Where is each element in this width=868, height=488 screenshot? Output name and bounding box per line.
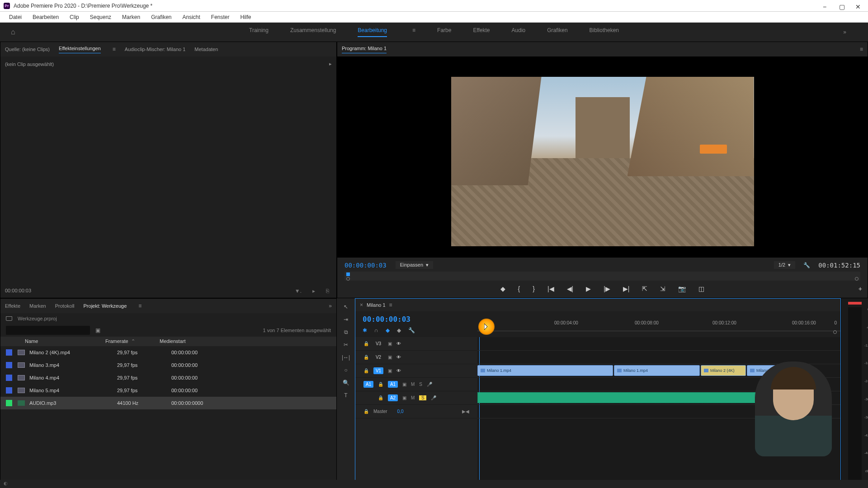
menu-grafiken[interactable]: Grafiken bbox=[146, 14, 177, 20]
track-v2[interactable]: 🔒 V2 ▣ 👁 bbox=[355, 351, 477, 364]
lock-icon[interactable]: 🔒 bbox=[363, 341, 369, 346]
comparison-icon[interactable]: ◫ bbox=[698, 285, 704, 292]
sync-lock-icon[interactable]: ▣ bbox=[388, 368, 392, 373]
button-editor-icon[interactable]: + bbox=[859, 285, 862, 292]
home-icon[interactable]: ⌂ bbox=[11, 28, 15, 36]
sequence-title[interactable]: Milano 1 bbox=[367, 302, 386, 308]
menu-hilfe[interactable]: Hilfe bbox=[235, 14, 257, 20]
project-row[interactable]: Milano 3.mp429,97 fps00:00:00:00 bbox=[0, 359, 336, 371]
search-input[interactable] bbox=[6, 326, 90, 335]
lock-icon[interactable]: 🔒 bbox=[378, 382, 383, 387]
razor-tool-icon[interactable]: ✂ bbox=[344, 342, 348, 348]
menu-clip[interactable]: Clip bbox=[64, 14, 85, 20]
col-mediastart[interactable]: Medienstart bbox=[160, 338, 223, 344]
workspace-tab-menu-icon[interactable]: ≡ bbox=[412, 27, 415, 37]
eye-icon[interactable]: 👁 bbox=[396, 341, 401, 346]
menu-sequenz[interactable]: Sequenz bbox=[85, 14, 117, 20]
sync-lock-icon[interactable]: ▣ bbox=[388, 355, 392, 360]
timeline-menu-icon[interactable]: ≡ bbox=[389, 302, 392, 308]
go-to-in-icon[interactable]: |◀ bbox=[547, 285, 554, 292]
snap-icon[interactable]: ✱ bbox=[363, 327, 367, 333]
settings-tl-icon[interactable]: 🔧 bbox=[408, 327, 415, 333]
source-tab[interactable]: Audioclip-Mischer: Milano 1 bbox=[125, 47, 186, 52]
hand-tool-icon[interactable]: 🔍 bbox=[343, 380, 349, 386]
bin-icon[interactable] bbox=[6, 316, 12, 321]
source-tab[interactable]: Effekteinstellungen bbox=[59, 46, 101, 53]
workspace-more-icon[interactable]: » bbox=[843, 29, 846, 35]
workspace-tab[interactable]: Zusammenstellung bbox=[290, 27, 336, 37]
lift-icon[interactable]: ⇱ bbox=[642, 285, 647, 292]
lock-icon[interactable]: 🔒 bbox=[363, 409, 369, 414]
menu-datei[interactable]: Datei bbox=[4, 14, 27, 20]
collapse-icon[interactable]: ▶◀ bbox=[462, 409, 469, 414]
source-tab-menu-icon[interactable]: ≡ bbox=[113, 46, 116, 52]
workspace-tab[interactable]: Audio bbox=[512, 27, 526, 37]
workspace-tab[interactable]: Farbe bbox=[437, 27, 451, 37]
filter-icon[interactable]: ▼. bbox=[295, 288, 302, 294]
track-label[interactable]: A1 bbox=[388, 381, 398, 388]
step-forward-icon[interactable]: |▶ bbox=[604, 285, 610, 292]
add-marker-tl-icon[interactable]: ◆ bbox=[386, 327, 390, 333]
source-a1[interactable]: A1 bbox=[363, 381, 373, 388]
project-tab[interactable]: Projekt: Werkzeuge bbox=[84, 303, 127, 309]
track-label[interactable]: V3 bbox=[373, 340, 383, 347]
peak-indicator[interactable] bbox=[848, 302, 862, 305]
project-tab[interactable]: Protokoll bbox=[55, 303, 75, 309]
close-sequence-icon[interactable]: × bbox=[360, 302, 363, 308]
extract-icon[interactable]: ⇲ bbox=[660, 285, 665, 292]
workspace-tab[interactable]: Training bbox=[249, 27, 269, 37]
play-icon[interactable]: ▶ bbox=[586, 285, 591, 292]
program-tab-menu-icon[interactable]: ≡ bbox=[860, 46, 863, 52]
linked-selection-icon[interactable]: ∩ bbox=[374, 327, 378, 333]
timeline-timecode[interactable]: 00:00:00:03 bbox=[363, 315, 470, 324]
lock-icon[interactable]: 🔒 bbox=[363, 368, 369, 373]
playhead-highlight[interactable] bbox=[478, 319, 495, 335]
solo-button-active[interactable]: S bbox=[419, 395, 426, 400]
program-scrubbar[interactable] bbox=[344, 272, 860, 281]
source-tab[interactable]: Metadaten bbox=[194, 47, 218, 52]
selection-tool-icon[interactable]: ↖ bbox=[344, 304, 348, 310]
close-button[interactable]: ✕ bbox=[855, 3, 861, 9]
sync-lock-icon[interactable]: ▣ bbox=[388, 341, 392, 346]
program-tab[interactable]: Programm: Milano 1 bbox=[342, 46, 387, 53]
eye-icon[interactable]: 👁 bbox=[396, 355, 401, 360]
project-tab[interactable]: Marken bbox=[29, 303, 46, 309]
master-value[interactable]: 0,0 bbox=[397, 409, 404, 414]
lock-icon[interactable]: 🔒 bbox=[378, 395, 383, 400]
insert-icon[interactable]: ▸ bbox=[312, 288, 315, 294]
step-back-icon[interactable]: ◀| bbox=[567, 285, 574, 292]
project-row[interactable]: AUDIO.mp344100 Hz00:00:00:0000 bbox=[0, 397, 336, 409]
pen-tool-icon[interactable]: ○ bbox=[344, 367, 347, 373]
marker-icon[interactable]: ◆ bbox=[397, 327, 401, 333]
zoom-handle[interactable] bbox=[833, 330, 837, 334]
fit-dropdown[interactable]: Einpassen ▾ bbox=[396, 261, 434, 269]
overwrite-icon[interactable]: ⎘ bbox=[326, 288, 329, 294]
go-to-out-icon[interactable]: ▶| bbox=[623, 285, 630, 292]
project-tab-menu-icon[interactable]: ≡ bbox=[138, 303, 142, 309]
voiceover-icon[interactable]: 🎤 bbox=[427, 382, 432, 387]
mute-button[interactable]: M bbox=[411, 395, 415, 400]
mark-in-icon[interactable]: { bbox=[518, 285, 520, 292]
track-a1[interactable]: A1 🔒 A1 ▣ M S 🎤 bbox=[355, 378, 477, 391]
zoom-handle-left[interactable] bbox=[346, 277, 350, 281]
project-row[interactable]: Milano 4.mp429,97 fps00:00:00:00 bbox=[0, 371, 336, 384]
project-tab[interactable]: Effekte bbox=[5, 303, 20, 309]
export-frame-icon[interactable]: 📷 bbox=[678, 285, 686, 292]
menu-marken[interactable]: Marken bbox=[117, 14, 146, 20]
track-label[interactable]: V2 bbox=[373, 354, 383, 361]
timeline-clip[interactable]: Milano 2 (4K) bbox=[701, 365, 746, 376]
track-master[interactable]: 🔒 Master 0,0 ▶◀ bbox=[355, 405, 477, 418]
track-label[interactable]: A2 bbox=[388, 394, 398, 401]
minimize-button[interactable]: − bbox=[823, 3, 828, 9]
workspace-tab[interactable]: Bearbeitung bbox=[358, 27, 387, 37]
project-tabs-more-icon[interactable]: » bbox=[329, 303, 332, 309]
settings-wrench-icon[interactable]: 🔧 bbox=[803, 262, 810, 268]
track-v3[interactable]: 🔒 V3 ▣ 👁 bbox=[355, 337, 477, 351]
col-name[interactable]: Name bbox=[6, 338, 105, 344]
filter-bin-icon[interactable]: ▣ bbox=[95, 327, 100, 333]
slip-tool-icon[interactable]: |↔| bbox=[342, 354, 350, 361]
solo-button[interactable]: S bbox=[419, 382, 422, 387]
lane-v3[interactable] bbox=[477, 337, 840, 351]
add-marker-icon[interactable]: ◆ bbox=[500, 285, 505, 292]
zoom-handle-right[interactable] bbox=[855, 277, 859, 281]
